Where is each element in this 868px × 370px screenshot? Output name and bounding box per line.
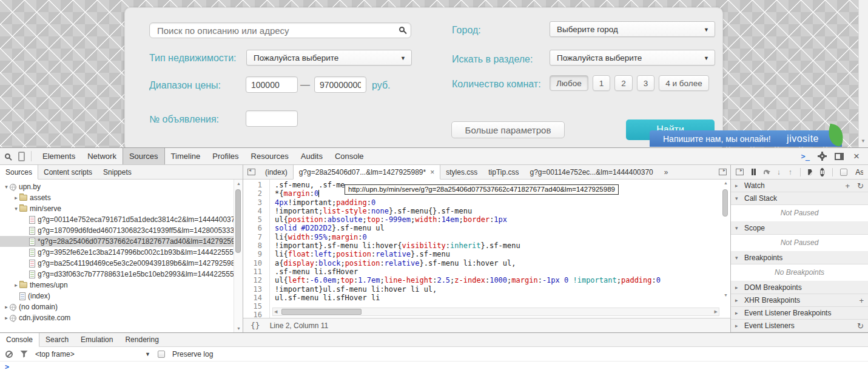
city-select[interactable]: Выберите город ▼	[550, 21, 715, 37]
scrollbar-thumb[interactable]	[281, 309, 362, 315]
drawer-tab-emulation[interactable]: Emulation	[75, 333, 119, 346]
tree-item[interactable]: g?g=00114e752eca791671d5a1dedc3814c2&lm=…	[0, 214, 243, 225]
code-line[interactable]: !important}.sf-menu li:hover{visibility:…	[275, 241, 730, 250]
add-icon[interactable]: +	[846, 181, 850, 190]
tree-item[interactable]: ▸cdn.jivosite.com	[0, 312, 243, 323]
drawer-tab-console[interactable]: Console	[0, 333, 39, 347]
editor-tab-overflow[interactable]: »	[659, 165, 674, 179]
price-to-input[interactable]	[314, 76, 366, 93]
show-debugger-icon[interactable]	[719, 169, 727, 175]
pause-on-exceptions-icon[interactable]	[820, 168, 824, 177]
sidebar-tab-content-scripts[interactable]: Content scripts	[38, 165, 98, 179]
code-line[interactable]: solid #D2D2D2}.sf-menu ul	[275, 224, 730, 232]
tree-item[interactable]: *g?g=28a25406d077537662c471827677ad40&lm…	[0, 236, 243, 247]
tree-item[interactable]: ▾upn.by	[0, 181, 243, 192]
line-number[interactable]: 15	[243, 302, 262, 311]
async-checkbox[interactable]	[840, 169, 847, 176]
drawer-tab-search[interactable]: Search	[39, 333, 75, 346]
step-into-icon[interactable]: ↓	[777, 169, 781, 176]
line-number[interactable]: 11	[243, 267, 262, 276]
tree-expand-icon[interactable]: ▾	[13, 206, 19, 212]
tree-item[interactable]: ▸assets	[0, 192, 243, 203]
section-header-scope[interactable]: ▾Scope	[731, 222, 868, 235]
code-line[interactable]: !important}ul.sf-menu li:hover li ul,	[275, 285, 730, 294]
deactivate-breakpoints-icon[interactable]	[808, 169, 812, 175]
line-number[interactable]: 6	[243, 224, 262, 232]
section-header-event-listeners[interactable]: ▸Event Listeners↻	[731, 320, 868, 332]
section-header-breakpoints[interactable]: ▾Breakpoints	[731, 252, 868, 264]
tree-expand-icon[interactable]: ▾	[3, 184, 10, 190]
line-number[interactable]: 12	[243, 276, 262, 284]
refresh-icon[interactable]: ↻	[857, 321, 864, 331]
line-number[interactable]: 10	[243, 259, 262, 267]
close-icon[interactable]: ×	[853, 151, 860, 161]
editor-tab[interactable]: g?g=00114e752ec...&lm=1444400370	[524, 165, 658, 179]
scrollbar-thumb[interactable]	[235, 189, 241, 253]
devtools-tab-network[interactable]: Network	[81, 148, 123, 164]
tree-item[interactable]: (index)	[0, 291, 243, 301]
line-number[interactable]: 13	[243, 285, 262, 294]
section-select[interactable]: Пожалуйста выберите ▼	[550, 50, 715, 66]
line-number[interactable]: 3	[243, 198, 262, 207]
sidebar-tab-sources[interactable]: Sources	[0, 165, 38, 180]
editor-tab[interactable]: styles.css	[440, 165, 483, 179]
line-number[interactable]: 7	[243, 233, 262, 241]
code-line[interactable]: ul{position:absolute;top:-999em;width:14…	[275, 215, 730, 224]
rooms-option-button[interactable]: 4 и более	[659, 75, 708, 91]
code-line[interactable]: !important;list-style:none}.sf-menu{}.sf…	[275, 207, 730, 215]
price-from-input[interactable]	[246, 76, 298, 93]
devtools-tab-profiles[interactable]: Profiles	[206, 148, 244, 164]
line-number[interactable]: 14	[243, 294, 262, 302]
scroll-down-icon[interactable]: ▼	[724, 293, 728, 297]
pretty-print-icon[interactable]: {}	[251, 321, 260, 330]
jivosite-chat-bar[interactable]: Напишите нам, мы онлайн! jivosite	[650, 130, 842, 147]
line-number[interactable]: 9	[243, 250, 262, 258]
scroll-up-icon[interactable]: ▲	[237, 181, 241, 186]
frame-selector[interactable]: <top frame> ▼	[35, 350, 150, 358]
close-tab-icon[interactable]: ×	[430, 169, 434, 176]
scroll-down-icon[interactable]: ▼	[237, 326, 241, 331]
rooms-option-button[interactable]: Любое	[550, 75, 588, 91]
inspect-search-icon[interactable]	[5, 153, 10, 159]
code-line[interactable]: 4px!important;padding:0	[275, 198, 730, 207]
hide-navigator-icon[interactable]	[247, 169, 255, 175]
tree-item[interactable]: g?g=3952fe62e1c3ba2147996bc002c1b93b&lm=…	[0, 247, 243, 258]
console-drawer-icon[interactable]: >_	[801, 152, 810, 161]
section-header-dom-breakpoints[interactable]: ▸DOM Breakpoints	[731, 281, 868, 294]
dock-side-icon[interactable]	[835, 153, 844, 160]
device-mode-icon[interactable]	[18, 152, 25, 161]
tree-expand-icon[interactable]: ▸	[13, 282, 19, 288]
show-navigator-icon[interactable]	[736, 169, 744, 175]
tree-item[interactable]: g?g=d33f063c7b77788631e1e5bc10eb2993&lm=…	[0, 269, 243, 280]
code-line[interactable]: a{display:block;position:relative}.sf-me…	[275, 259, 730, 267]
tree-item[interactable]: ▸themes/upn	[0, 280, 243, 291]
devtools-tab-elements[interactable]: Elements	[36, 148, 81, 164]
code-area[interactable]: 12345678910111213141516 .sf-menu, .sf-me…	[243, 180, 730, 318]
search-icon[interactable]	[399, 27, 405, 32]
step-out-icon[interactable]: ↑	[789, 169, 792, 176]
rooms-option-button[interactable]: 1	[593, 75, 611, 91]
sidebar-tab-snippets[interactable]: Snippets	[98, 165, 137, 179]
filter-icon[interactable]	[20, 351, 28, 358]
section-header-call-stack[interactable]: ▾Call Stack	[731, 192, 868, 205]
listing-number-input[interactable]	[246, 110, 298, 127]
page-scrollbar[interactable]: ▼	[858, 0, 868, 147]
line-number[interactable]: 5	[243, 215, 262, 224]
line-number[interactable]: 16	[243, 311, 262, 318]
devtools-tab-audits[interactable]: Audits	[295, 148, 329, 164]
code-content[interactable]: .sf-menu, .sf-me*{margin:04px!important;…	[270, 180, 730, 318]
scroll-up-icon[interactable]: ▲	[724, 181, 728, 185]
scroll-down-icon[interactable]: ▼	[861, 138, 866, 144]
line-number[interactable]: 4	[243, 207, 262, 215]
devtools-tab-sources[interactable]: Sources	[123, 148, 165, 164]
code-line[interactable]: ul.sf-menu li.sfHover li	[275, 294, 730, 302]
editor-vertical-scrollbar[interactable]: ▲ ▼	[722, 181, 730, 297]
devtools-tab-console[interactable]: Console	[329, 148, 370, 164]
tree-expand-icon[interactable]: ▸	[3, 315, 10, 321]
line-number[interactable]: 2	[243, 189, 262, 198]
line-number[interactable]: 8	[243, 241, 262, 250]
console-prompt[interactable]: >	[0, 362, 868, 370]
scroll-right-icon[interactable]: ▶	[715, 309, 718, 314]
refresh-icon[interactable]: ↻	[857, 181, 864, 190]
tree-item[interactable]: g?g=187099d6fded46071306823c41939ff5&lm=…	[0, 225, 243, 236]
